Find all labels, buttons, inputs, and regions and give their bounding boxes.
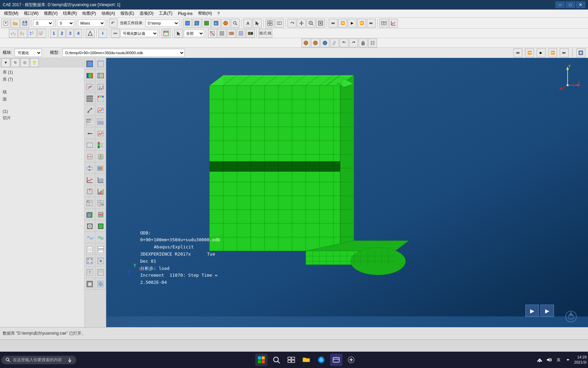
open-button[interactable]	[11, 19, 20, 28]
left-refresh-button[interactable]: ↻	[11, 58, 20, 67]
icon-odb-display[interactable]: No	[95, 197, 106, 209]
playback-start-button[interactable]: ⏮	[513, 48, 522, 57]
browser-button[interactable]	[315, 354, 327, 366]
menu-tools[interactable]: 工具(T)	[156, 10, 175, 17]
play-button[interactable]: ▶	[348, 19, 357, 28]
icon-path-plot[interactable]	[84, 104, 95, 116]
icon-view-cut[interactable]	[95, 209, 106, 220]
magnify-button[interactable]	[231, 19, 240, 28]
num3-button[interactable]: 3	[66, 29, 74, 38]
icon-section-cut2[interactable]	[95, 151, 106, 162]
plot-symbol-button[interactable]: S	[212, 19, 220, 28]
all-select[interactable]: 全部	[184, 30, 204, 37]
select-button[interactable]	[253, 19, 262, 28]
query-button[interactable]: A	[243, 19, 252, 28]
new-model-button[interactable]	[1, 19, 10, 28]
icon-field-query2[interactable]	[95, 266, 106, 278]
icon-material-plot2[interactable]	[95, 93, 106, 104]
icon-superimpose[interactable]	[84, 209, 95, 220]
pan-button[interactable]	[297, 19, 306, 28]
menu-viewport[interactable]: 视口(W)	[21, 10, 41, 17]
left-item-lib1[interactable]: 库 (1)	[1, 69, 83, 76]
file-explorer-button[interactable]	[300, 354, 312, 366]
icon-arrow-left[interactable]	[84, 127, 95, 139]
icon-report2[interactable]	[95, 243, 106, 255]
format-button[interactable]: 格式:格	[259, 29, 272, 38]
cursor-button[interactable]	[174, 29, 183, 38]
left-item-lib2[interactable]: 库 (7)	[1, 76, 83, 83]
icon-render-wireframe[interactable]	[84, 220, 95, 232]
add-app-button[interactable]	[345, 354, 357, 366]
grid-button[interactable]	[368, 39, 377, 47]
icon-probe2[interactable]	[95, 116, 106, 127]
s-select[interactable]: S	[57, 19, 74, 27]
language-icon[interactable]: 英	[555, 356, 562, 363]
node-select-button[interactable]	[265, 19, 274, 28]
plot-contour-button[interactable]	[202, 19, 211, 28]
icon-contour-legend[interactable]	[95, 139, 106, 151]
x-axis-button[interactable]: xyz	[9, 29, 18, 38]
left-item-slice[interactable]: 切片	[1, 114, 83, 122]
icon-contour-filled[interactable]	[84, 70, 95, 81]
left-item-line[interactable]: 线	[1, 89, 83, 96]
circle-left-button[interactable]	[301, 39, 310, 47]
plot-material-button[interactable]	[221, 19, 230, 28]
icon-field-query[interactable]: ?	[84, 266, 95, 278]
icon-animate-time[interactable]	[95, 162, 106, 174]
num1-button[interactable]: 1	[50, 29, 58, 38]
clock[interactable]: 14:29 2021/3/	[574, 355, 587, 365]
plot-undeformed-button[interactable]	[183, 19, 192, 28]
menu-help[interactable]: 帮助(H)	[195, 10, 215, 17]
xy-plot-button[interactable]	[389, 19, 398, 28]
num4-button[interactable]: 4	[75, 29, 82, 38]
transparent-button[interactable]	[236, 29, 245, 38]
mises-select[interactable]: Mises	[78, 19, 105, 27]
icon-contour-lines[interactable]	[95, 70, 106, 81]
hide-button[interactable]	[208, 29, 217, 38]
workdir-select[interactable]: D:\temp	[145, 19, 179, 27]
menu-model[interactable]: 模型(M)	[1, 10, 21, 17]
icon-view-manipulate[interactable]	[84, 255, 95, 266]
color-options-button[interactable]	[162, 29, 170, 38]
undo2-button[interactable]	[340, 39, 348, 47]
left-item-one[interactable]: (1)	[1, 108, 83, 114]
icon-misc1[interactable]	[84, 278, 95, 290]
plot-deformed-button[interactable]	[193, 19, 201, 28]
sound-icon[interactable]	[546, 356, 553, 363]
file-manager-button[interactable]	[330, 354, 342, 366]
icon-symbol-plot2[interactable]: 1 23 4	[95, 81, 106, 93]
menu-plot[interactable]: 绘图(P)	[80, 10, 99, 17]
playback-play-button[interactable]: ▶	[537, 48, 545, 57]
undo-button[interactable]	[109, 19, 118, 28]
display-options-button[interactable]	[111, 29, 120, 38]
playback-forward-button[interactable]: ⏩	[548, 48, 557, 57]
rotate-button[interactable]	[288, 19, 296, 28]
zoom-button[interactable]	[307, 19, 315, 28]
close-button[interactable]: ✕	[576, 1, 585, 8]
step-back-button[interactable]: ⏪	[338, 19, 347, 28]
save-button[interactable]	[20, 19, 29, 28]
element-select-button[interactable]	[275, 19, 284, 28]
pencil-button[interactable]	[330, 39, 339, 47]
viz-default-select[interactable]: 可视化默认值	[120, 30, 158, 37]
icon-section-cut[interactable]	[84, 151, 95, 162]
save-viewport-button[interactable]	[576, 48, 585, 57]
main-select[interactable]: 主	[33, 19, 53, 27]
normal-view-button[interactable]	[86, 29, 95, 38]
left-light-button[interactable]	[30, 58, 39, 67]
z-axis-button[interactable]: Z̄ȳ	[28, 29, 37, 38]
show-button[interactable]	[217, 29, 226, 38]
menu-report[interactable]: 报告(E)	[118, 10, 137, 17]
icon-plot-deformed[interactable]	[95, 58, 106, 70]
xyz-button[interactable]: xyzz yz	[37, 29, 46, 38]
circle-blue-button[interactable]	[321, 39, 329, 47]
icon-contour-options[interactable]	[84, 139, 95, 151]
icon-xy-data[interactable]	[84, 174, 95, 185]
playback-back-button[interactable]: ⏪	[525, 48, 534, 57]
maximize-button[interactable]: □	[566, 1, 575, 8]
icon-path-plot2[interactable]	[95, 104, 106, 116]
info-button[interactable]: ℹ	[98, 29, 107, 38]
expand-tray-icon[interactable]	[565, 356, 571, 363]
minimize-button[interactable]: ─	[555, 1, 565, 8]
icon-symbol-plot[interactable]	[84, 81, 95, 93]
